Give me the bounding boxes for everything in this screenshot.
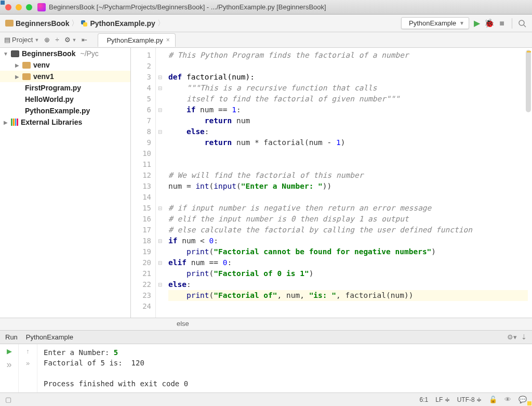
- fold-toggle[interactable]: ⊟: [156, 72, 164, 83]
- tree-item-beginnersbook[interactable]: ▼BeginnersBook~/Pyc: [0, 48, 130, 59]
- fold-toggle[interactable]: ⊟: [156, 104, 164, 115]
- window-titlebar: BeginnersBook [~/PycharmProjects/Beginne…: [0, 0, 532, 15]
- tree-item-label: PythonExample.py: [25, 107, 90, 115]
- project-tool-button[interactable]: ▤ Project ▼: [4, 36, 39, 44]
- code-line[interactable]: """This is a recursive function that cal…: [168, 83, 528, 94]
- console-output[interactable]: Enter a Number: 5Factorial of 5 is: 120 …: [37, 344, 532, 392]
- run-tab-label[interactable]: Run: [5, 333, 18, 341]
- stop-button[interactable]: ■: [497, 19, 507, 28]
- collapse-icon[interactable]: ÷: [55, 36, 59, 44]
- breadcrumb-file[interactable]: PythonExample.py: [90, 19, 155, 28]
- expand-icon[interactable]: »: [6, 359, 11, 370]
- code-line[interactable]: # elif the input number is 0 then displa…: [168, 214, 528, 225]
- tree-item-venv1[interactable]: ▶venv1: [0, 71, 130, 82]
- run-tool-window: Run PythonExample ⚙▾ ⇣ ▶ » ↑ » Enter a N…: [0, 330, 532, 392]
- code-line[interactable]: else:: [168, 126, 528, 137]
- gear-icon[interactable]: ⚙▼: [64, 36, 77, 44]
- tool-window-bar: ▤ Project ▼ ⊕ ÷ ⚙▼ ⇤ PythonExample.py ×: [0, 32, 532, 48]
- tree-item-pythonexample-py[interactable]: PythonExample.py: [0, 105, 130, 116]
- fold-toggle[interactable]: ⊟: [156, 83, 164, 94]
- code-editor[interactable]: 123456789101112131415161718192021222324 …: [131, 48, 532, 318]
- code-line[interactable]: if num == 1:: [168, 104, 528, 115]
- line-separator[interactable]: LF ≑: [435, 396, 449, 403]
- debug-button[interactable]: 🐞: [485, 19, 494, 28]
- chevron-right-icon[interactable]: ▶: [15, 62, 20, 68]
- project-folder-icon: [11, 50, 19, 57]
- hide-icon[interactable]: ⇤: [82, 36, 87, 44]
- run-button[interactable]: ▶: [472, 19, 482, 28]
- search-icon[interactable]: [517, 19, 527, 28]
- code-line[interactable]: [168, 301, 528, 312]
- code-structure-breadcrumb[interactable]: else: [0, 318, 532, 330]
- minimize-window-button[interactable]: [16, 4, 22, 10]
- lock-icon[interactable]: 🔓: [489, 396, 497, 403]
- close-window-button[interactable]: [5, 4, 11, 10]
- code-line[interactable]: [168, 148, 528, 159]
- code-line[interactable]: if num < 0:: [168, 235, 528, 246]
- navigation-breadcrumb: BeginnersBook 〉 PythonExample.py 〉: [5, 19, 398, 28]
- tree-item-external-libraries[interactable]: ▶External Libraries: [0, 116, 130, 128]
- fold-toggle[interactable]: ⊟: [156, 126, 164, 137]
- chevron-right-icon[interactable]: ▶: [3, 120, 8, 125]
- code-line[interactable]: # if input number is negative then retur…: [168, 203, 528, 214]
- run-config-name[interactable]: PythonExample: [26, 333, 73, 341]
- code-line[interactable]: # This Python Program finds the factoria…: [168, 50, 528, 61]
- maximize-window-button[interactable]: [26, 4, 32, 10]
- code-line[interactable]: [168, 159, 528, 170]
- chevron-down-icon[interactable]: ▼: [3, 51, 8, 57]
- breadcrumb-project[interactable]: BeginnersBook: [16, 19, 69, 28]
- up-arrow-icon[interactable]: ↑: [26, 347, 30, 355]
- code-line[interactable]: return num * factorial(num - 1): [168, 137, 528, 148]
- target-icon[interactable]: ⊕: [44, 36, 50, 44]
- run-tool-header: Run PythonExample ⚙▾ ⇣: [0, 331, 532, 344]
- tree-item-label: External Libraries: [21, 118, 82, 126]
- code-line[interactable]: [168, 192, 528, 203]
- fold-toggle[interactable]: ⊟: [156, 235, 164, 246]
- svg-line-1: [524, 25, 526, 27]
- code-line[interactable]: # else calculate the factorial by callin…: [168, 225, 528, 235]
- project-sidebar[interactable]: ▼BeginnersBook~/Pyc▶venv▶venv1FirstProgr…: [0, 48, 131, 318]
- code-line[interactable]: # We will find the factorial of this num…: [168, 170, 528, 181]
- inspector-icon[interactable]: 👁: [504, 396, 511, 403]
- chevron-down-icon: ▼: [34, 37, 39, 43]
- folder-icon: [22, 73, 31, 80]
- fold-toggle[interactable]: ⊟: [156, 257, 164, 268]
- tree-item-helloworld-py[interactable]: HelloWorld.py: [0, 94, 130, 105]
- project-tool-label: Project: [12, 36, 33, 44]
- code-line[interactable]: print("Factorial cannot be found for neg…: [168, 246, 528, 257]
- warning-marker[interactable]: [527, 51, 531, 53]
- code-line[interactable]: print("Factorial of", num, "is: ", facto…: [168, 290, 528, 301]
- fold-toggle[interactable]: ⊟: [156, 203, 164, 214]
- editor-tab[interactable]: PythonExample.py ×: [98, 33, 175, 47]
- rerun-button[interactable]: ▶: [7, 347, 12, 355]
- code-line[interactable]: elif num == 0:: [168, 257, 528, 268]
- notifications-icon[interactable]: 💬: [518, 396, 527, 403]
- app-icon: [37, 3, 46, 11]
- code-line[interactable]: return num: [168, 115, 528, 126]
- code-line[interactable]: num = int(input("Enter a Number: ")): [168, 181, 528, 192]
- run-config-selector[interactable]: PythonExample ▼: [401, 17, 469, 29]
- code-line[interactable]: itself to find the factorial of given nu…: [168, 94, 528, 104]
- close-tab-icon[interactable]: ×: [166, 36, 170, 44]
- file-encoding[interactable]: UTF-8 ≑: [457, 396, 482, 403]
- tree-item-firstprogram-py[interactable]: FirstProgram.py: [0, 82, 130, 94]
- expand-icon[interactable]: »: [26, 359, 30, 367]
- fold-gutter[interactable]: ⊟⊟⊟⊟⊟⊟⊟⊟: [156, 48, 164, 318]
- console-output-line: Factorial of 5 is: 120: [44, 358, 526, 368]
- tree-item-label: venv1: [33, 72, 54, 81]
- code-line[interactable]: else:: [168, 279, 528, 290]
- tree-item-venv[interactable]: ▶venv: [0, 59, 130, 71]
- console-exit-line: Process finished with exit code 0: [44, 378, 526, 389]
- gear-icon[interactable]: ⚙▾: [507, 333, 517, 341]
- code-line[interactable]: def factorial(num):: [168, 72, 528, 83]
- chevron-right-icon: 〉: [157, 19, 165, 28]
- download-icon[interactable]: ⇣: [521, 333, 527, 341]
- code-line[interactable]: print("Factorial of 0 is 1"): [168, 268, 528, 279]
- fold-toggle[interactable]: ⊟: [156, 279, 164, 290]
- chevron-right-icon[interactable]: ▶: [15, 74, 20, 80]
- code-line[interactable]: [168, 61, 528, 72]
- tree-item-label: FirstProgram.py: [25, 84, 81, 92]
- tool-window-toggle-icon[interactable]: ▢: [5, 396, 11, 403]
- cursor-position[interactable]: 6:1: [420, 396, 429, 403]
- code-area[interactable]: # This Python Program finds the factoria…: [164, 48, 532, 318]
